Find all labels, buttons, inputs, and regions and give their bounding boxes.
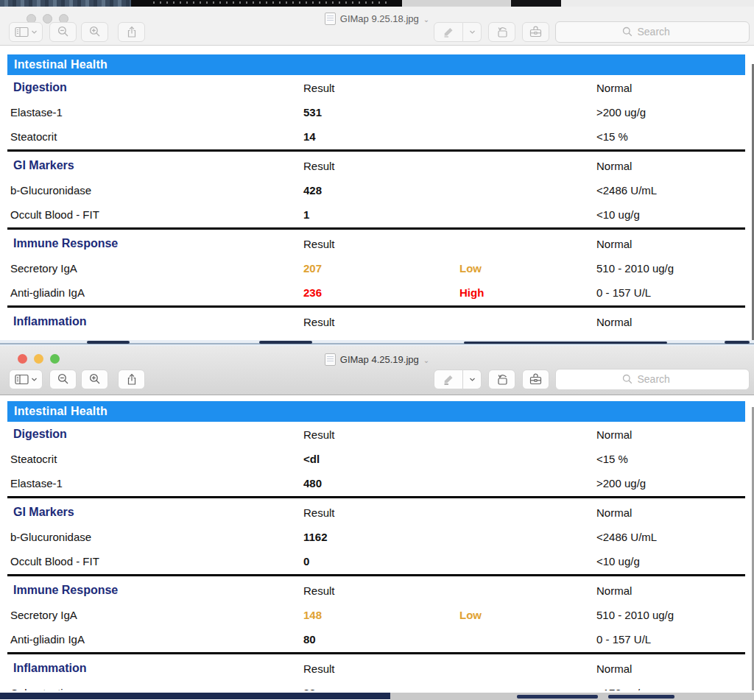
result-value: 148 [303,609,459,621]
markup-pen-group [434,370,482,389]
markup-pen-group [434,22,482,42]
background-tab-gap [402,0,511,7]
report-page: Intestinal Health DigestionResultNormalE… [0,54,754,349]
chevron-down-icon [31,377,38,382]
section-title: Inflammation [10,662,303,675]
markup-pen-button[interactable] [434,22,463,42]
toolbar [0,368,754,390]
zoom-out-icon [57,373,69,385]
background-browser-tab-sliver [131,0,402,7]
analyte-name: Anti-gliadin IgA [10,633,303,646]
toolbar [0,21,754,43]
analyte-name: Secretory IgA [10,609,303,621]
normal-column-header: Normal [596,316,754,328]
result-value: 1 [303,208,459,221]
view-menu-button[interactable] [9,370,43,389]
markup-pen-menu-button[interactable] [463,370,482,389]
analyte-row: b-Glucuronidase428<2486 U/mL [0,178,754,202]
markup-toolbar-button[interactable] [522,22,549,42]
view-menu-button[interactable] [9,22,43,42]
normal-range: 510 - 2010 ug/g [596,262,754,275]
share-button[interactable] [118,370,145,389]
analyte-name: Elastase-1 [10,106,303,119]
normal-column-header: Normal [596,506,754,519]
markup-toolbox-icon [529,26,543,38]
section-header-row: Immune ResponseResultNormal [0,231,754,256]
result-column-header: Result [303,238,459,250]
section-header-row: GI MarkersResultNormal [0,153,754,178]
report-section-banner: Intestinal Health [7,401,745,422]
result-flag: Low [459,262,596,275]
section-divider [7,652,745,654]
result-value: 80 [303,633,459,646]
share-button[interactable] [118,22,145,42]
normal-column-header: Normal [596,82,754,94]
background-window-strip-top [0,0,754,7]
markup-pen-menu-button[interactable] [463,22,482,42]
markup-pen-button[interactable] [434,370,463,389]
share-icon [126,373,138,386]
rotate-left-icon [496,26,509,38]
analyte-row: Elastase-1531>200 ug/g [0,100,754,124]
analyte-row: b-Glucuronidase1162<2486 U/mL [0,525,754,549]
result-column-header: Result [303,662,459,675]
zoom-in-icon [89,373,101,385]
normal-range: >200 ug/g [596,106,754,119]
zoom-out-button[interactable] [49,22,77,42]
search-field[interactable] [555,21,750,43]
result-value: 14 [303,130,459,143]
result-value: <dl [303,453,459,465]
result-column-header: Result [303,584,459,597]
analyte-name: b-Glucuronidase [10,531,303,543]
search-field[interactable] [555,369,750,390]
sidebar-view-icon [15,26,29,38]
window-title: GIMap 4.25.19.jpg [340,354,419,365]
sidebar-view-icon [15,374,29,385]
search-input[interactable] [636,25,683,38]
section-divider [7,305,745,308]
search-input[interactable] [636,372,683,386]
zoom-in-button[interactable] [81,370,108,389]
result-flag: Low [459,609,596,621]
normal-range: <2486 U/mL [596,184,754,197]
normal-range: <10 ug/g [596,555,754,568]
normal-range: <10 ug/g [596,208,754,221]
section-header-row: InflammationResultNormal [0,656,754,681]
section-divider [7,574,745,576]
result-column-header: Result [303,316,459,328]
chevron-down-icon [31,29,38,35]
analyte-name: Anti-gliadin IgA [10,286,303,299]
lab-results-table: DigestionResultNormalElastase-1531>200 u… [0,75,754,358]
normal-range: 510 - 2010 ug/g [596,609,754,621]
normal-column-header: Normal [596,428,754,441]
title-chevron-down-icon[interactable]: ⌄ [423,356,429,364]
section-divider [7,227,745,230]
result-value: 0 [303,555,459,568]
rotate-left-button[interactable] [488,22,515,42]
analyte-row: Elastase-1480>200 ug/g [0,471,754,495]
document-proxy-icon[interactable] [325,353,336,366]
markup-pen-icon [443,26,454,38]
zoom-in-button[interactable] [81,22,108,42]
analyte-row: Steatocrit14<15 % [0,124,754,149]
zoom-out-button[interactable] [49,370,77,389]
section-title: GI Markers [10,506,303,519]
normal-range: <15 % [596,453,754,465]
section-header-row: DigestionResultNormal [0,422,754,447]
section-divider [7,496,745,498]
analyte-name: Elastase-1 [10,477,303,489]
analyte-row: Secretory IgA148Low510 - 2010 ug/g [0,603,754,627]
report-section-banner: Intestinal Health [7,54,745,75]
background-window-strip-middle [0,340,754,346]
section-title: Immune Response [10,584,303,597]
share-icon [126,26,138,38]
section-title: Digestion [10,428,303,441]
result-value: 207 [303,262,459,275]
analyte-name: b-Glucuronidase [10,184,303,197]
rotate-left-button[interactable] [488,370,515,389]
markup-toolbar-button[interactable] [522,370,549,389]
analyte-name: Steatocrit [10,130,303,143]
result-column-header: Result [303,82,459,94]
normal-column-header: Normal [596,238,754,250]
result-value: 236 [303,286,459,299]
